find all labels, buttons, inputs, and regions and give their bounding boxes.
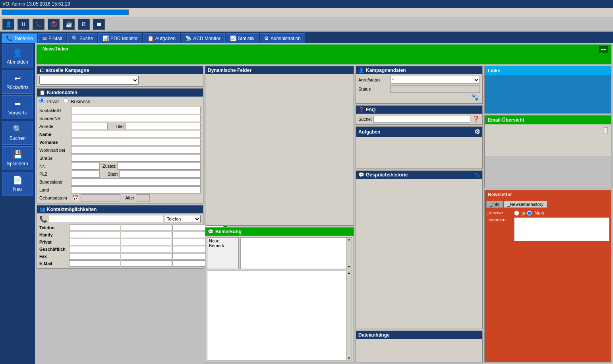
business-radio[interactable] bbox=[64, 98, 69, 103]
gespraeche-title: Gesprächshistorie bbox=[366, 172, 408, 178]
faq-search-icon[interactable]: ❓ bbox=[472, 115, 480, 123]
faq-icon: ❓ bbox=[358, 107, 364, 112]
anrufstatus-dropdown[interactable]: * bbox=[390, 76, 480, 84]
bemerkung-new-textarea[interactable] bbox=[241, 238, 352, 269]
scroll-down-icon[interactable]: ▼ bbox=[346, 265, 352, 269]
geschaeftlich-input-1[interactable] bbox=[69, 246, 120, 252]
bemerkung-new-scrollbar[interactable]: ▲ ▼ bbox=[346, 238, 352, 269]
vorname-input[interactable] bbox=[71, 139, 201, 146]
nl-tab-info[interactable]: _Info bbox=[486, 201, 503, 208]
geschaeftlich-input-2[interactable] bbox=[121, 246, 172, 252]
kontakteid-label: KontakteID bbox=[39, 108, 71, 113]
nr-input[interactable] bbox=[72, 163, 100, 170]
name-input[interactable] bbox=[71, 131, 201, 138]
titel-input[interactable] bbox=[125, 123, 201, 130]
kundennr-input[interactable] bbox=[71, 115, 201, 122]
privat-input-1[interactable] bbox=[69, 239, 120, 245]
sidebar-btn-suchen[interactable]: 🔍 Suchen bbox=[2, 121, 33, 145]
titlebar-text: VO: Admin 13.05.2016 15:51:29 bbox=[2, 1, 70, 7]
phone-icon[interactable]: 📞 bbox=[33, 19, 44, 30]
nl-comment-textarea[interactable] bbox=[514, 217, 609, 241]
tab-aufgaben[interactable]: 📋 Aufgaben bbox=[143, 33, 180, 43]
email-add-icon[interactable]: 📋 bbox=[601, 126, 609, 134]
telefon-input-1[interactable] bbox=[69, 225, 120, 231]
scroll-up-icon2[interactable]: ▲ bbox=[346, 271, 352, 275]
tab-statistik[interactable]: 📈 Statistik bbox=[226, 33, 259, 43]
tab-email-label: E-Mail bbox=[48, 36, 62, 41]
tab-statistik-label: Statistik bbox=[238, 36, 255, 41]
business-radio-label[interactable]: Business bbox=[64, 98, 90, 105]
handy-input-1[interactable] bbox=[69, 232, 120, 238]
bemerkung-history-scrollbar[interactable]: ▲ ▼ bbox=[346, 271, 352, 360]
gespraeche-icon: 💬 bbox=[358, 172, 364, 178]
email-uebersicht-header: Email-Übersicht bbox=[485, 116, 611, 124]
bemerkung-neue-label: Neue Bemerk. bbox=[207, 237, 239, 269]
faq-search-input[interactable] bbox=[373, 116, 470, 123]
sidebar-btn-vorwaerts[interactable]: ➡ Vorwärts bbox=[2, 95, 33, 119]
plz-input[interactable] bbox=[72, 170, 100, 178]
tab-telefonie[interactable]: 📞 Telefonie bbox=[2, 33, 37, 43]
zusatz-label: Zusatz bbox=[101, 164, 116, 168]
anrede-input[interactable] bbox=[72, 123, 108, 130]
scroll-down-icon2[interactable]: ▼ bbox=[346, 356, 352, 360]
pause-icon[interactable]: ⏸ bbox=[17, 19, 29, 30]
tab-email[interactable]: ✉ E-Mail bbox=[38, 33, 66, 43]
kamp-save-icon[interactable]: 🐾 bbox=[471, 94, 479, 101]
scroll-up-icon[interactable]: ▲ bbox=[346, 238, 352, 241]
nl-tab-history[interactable]: _Newsletterhistory bbox=[504, 201, 547, 208]
sidebar: 👤 Abmelden ↩ Rückwärts ➡ Vorwärts 🔍 Such… bbox=[0, 43, 35, 364]
geburtsdatum-input[interactable] bbox=[81, 194, 120, 201]
person-icon[interactable]: 👤 bbox=[2, 19, 14, 30]
aufgaben-settings-icon[interactable]: ⚙ bbox=[474, 128, 480, 136]
bemerkung-new-row: Neue Bemerk. ▲ ▼ bbox=[207, 237, 352, 269]
fax-input-2[interactable] bbox=[121, 253, 172, 259]
tab-administration[interactable]: ⚙ Administration bbox=[260, 33, 305, 43]
monitor-icon[interactable]: 🖥 bbox=[78, 19, 90, 30]
kampagne-dropdown[interactable] bbox=[39, 76, 139, 85]
kontakteid-input[interactable] bbox=[71, 107, 201, 114]
nl-nein-radio[interactable] bbox=[527, 211, 532, 216]
sidebar-btn-rueckwaerts[interactable]: ↩ Rückwärts bbox=[2, 70, 33, 94]
email-kontakt-input-1[interactable] bbox=[69, 260, 120, 267]
tab-pdd-monitor[interactable]: 📊 PDD Monitor bbox=[98, 33, 142, 43]
privat-input-2[interactable] bbox=[121, 239, 172, 245]
land-input[interactable] bbox=[71, 186, 201, 194]
stop-icon[interactable]: ⏹ bbox=[93, 19, 105, 30]
bundesland-input[interactable] bbox=[71, 178, 201, 186]
sidebar-btn-abmelden[interactable]: 👤 Abmelden bbox=[2, 45, 33, 68]
tab-acd-monitor[interactable]: 📡 ACD Monitor bbox=[181, 33, 225, 43]
phone-down-icon[interactable]: 📵 bbox=[48, 19, 60, 30]
suche-icon: 🔍 bbox=[72, 35, 78, 41]
status-input[interactable] bbox=[390, 85, 480, 93]
newsticker-add-button[interactable]: ++ bbox=[599, 46, 608, 53]
links-body bbox=[485, 75, 611, 113]
sidebar-btn-speichern[interactable]: 💾 Speichern bbox=[2, 146, 33, 170]
zusatz-input[interactable] bbox=[117, 163, 201, 170]
privat-inputs bbox=[69, 239, 224, 245]
sidebar-btn-neu[interactable]: 📄 Neu bbox=[2, 172, 33, 196]
kontakt-phone-input[interactable] bbox=[49, 215, 163, 223]
wohnhaft-input[interactable] bbox=[71, 147, 201, 154]
alter-input[interactable] bbox=[136, 194, 150, 201]
nl-receive-radios: ja Nein bbox=[514, 210, 609, 216]
telefon-input-2[interactable] bbox=[121, 225, 172, 231]
privat-radio[interactable] bbox=[39, 98, 44, 103]
stadt-input[interactable] bbox=[119, 170, 201, 178]
privat-radio-label[interactable]: Privat bbox=[39, 98, 59, 105]
kontakt-type-dropdown[interactable]: Telefon bbox=[165, 215, 201, 223]
bemerkung-new-area: ▲ ▼ bbox=[240, 237, 352, 269]
strasse-input[interactable] bbox=[71, 155, 201, 162]
nl-ja-radio[interactable] bbox=[514, 211, 519, 216]
handy-input-2[interactable] bbox=[121, 232, 172, 238]
telefonie-icon: 📞 bbox=[6, 35, 12, 41]
tab-suche[interactable]: 🔍 Suche bbox=[67, 33, 97, 43]
gespraeche-action-icon[interactable]: 🐾 bbox=[474, 172, 480, 178]
bemerkung-history-area: ▲ ▼ bbox=[207, 271, 352, 360]
coffee-icon[interactable]: ☕ bbox=[63, 19, 75, 30]
email-kontakt-input-2[interactable] bbox=[121, 260, 172, 267]
kampagne-icon: 🏷 bbox=[39, 68, 44, 73]
bemerkung-history-textarea[interactable] bbox=[207, 271, 346, 360]
calendar-icon[interactable]: 📅 bbox=[72, 195, 80, 201]
kontakteid-row: KontakteID bbox=[39, 107, 201, 114]
fax-input-1[interactable] bbox=[69, 253, 120, 259]
